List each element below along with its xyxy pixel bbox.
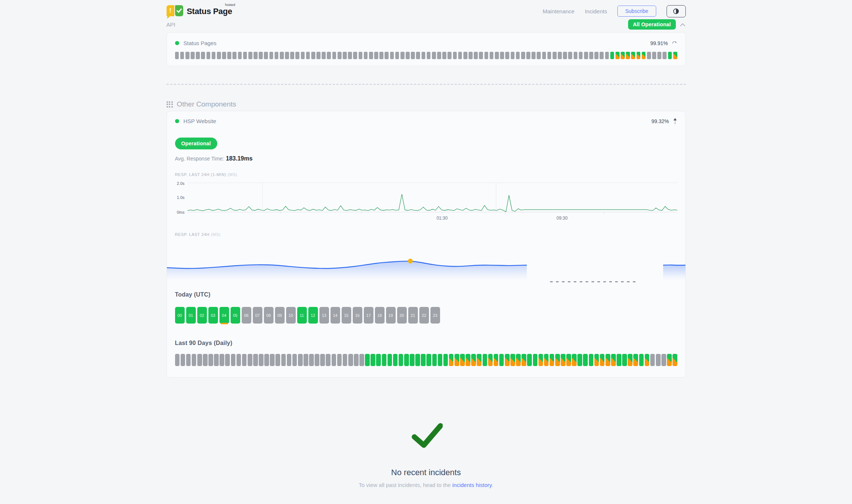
uptime-block-empty: [411, 52, 415, 59]
chevron-up-icon[interactable]: [680, 22, 686, 27]
uptime-block-empty: [589, 52, 593, 59]
uptime-block-empty: [264, 52, 268, 59]
response-line-chart: 2.0s 1.0s 0ms: [175, 183, 677, 212]
uptime-block-empty: [196, 52, 200, 59]
uptime-block-empty: [422, 52, 426, 59]
uptime-block-empty: [395, 52, 399, 59]
main-content: API All Operational Status Pages 99.91%: [167, 19, 686, 488]
uptime-block-empty: [175, 52, 179, 59]
uptime-block-empty: [511, 52, 515, 59]
subscribe-button[interactable]: Subscribe: [617, 6, 656, 17]
uptime-block-empty: [427, 52, 431, 59]
uptime-block-empty: [442, 52, 446, 59]
uptime-block-degraded: [494, 354, 499, 366]
last-90-days-title: Last 90 Days (Daily): [175, 340, 677, 346]
api-section-label: API: [167, 21, 175, 28]
logo-exclaim-icon: !: [167, 5, 174, 16]
uptime-block-up: [426, 354, 431, 366]
uptime-block-degraded: [615, 52, 620, 59]
hour-block-14: 14: [331, 307, 340, 324]
nav-maintenance[interactable]: Maintenance: [543, 8, 574, 14]
status-dot: [175, 41, 179, 45]
uptime-block-degraded: [460, 354, 465, 366]
hour-block-20: 20: [397, 307, 407, 324]
uptime-block-empty: [657, 52, 661, 59]
trend-up-arrow-icon: [673, 118, 677, 124]
uptime-block-empty: [605, 52, 609, 59]
brand-superscript: hosted: [225, 3, 235, 7]
uptime-block-degraded: [600, 354, 605, 366]
uptime-block-up: [438, 354, 443, 366]
uptime-block-empty: [594, 52, 598, 59]
recent-incidents-section: No recent incidents To view all past inc…: [167, 421, 686, 488]
uptime-block-empty: [309, 354, 314, 366]
uptime-block-empty: [343, 52, 347, 59]
uptime-block-empty: [500, 52, 504, 59]
uptime-block-empty: [663, 52, 667, 59]
uptime-block-empty: [237, 354, 241, 366]
uptime-block-empty: [298, 354, 303, 366]
uptime-block-empty: [212, 52, 216, 59]
uptime-block-degraded: [550, 354, 554, 366]
uptime-block-up: [404, 354, 409, 366]
incidents-history-link[interactable]: incidents history: [452, 482, 492, 488]
uptime-block-up: [533, 354, 538, 366]
uptime-block-empty: [275, 354, 280, 366]
uptime-block-empty: [214, 354, 219, 366]
hour-block-04: 04: [219, 307, 229, 324]
uptime-block-empty: [484, 52, 489, 59]
uptime-block-degraded: [488, 354, 493, 366]
uptime-block-up: [622, 354, 627, 366]
main-nav: Maintenance Incidents Subscribe: [543, 5, 685, 17]
hour-block-13: 13: [319, 307, 329, 324]
hsp-website-card: HSP Website 99.32% Operational Avg. Resp…: [167, 111, 686, 378]
uptime-block-empty: [354, 354, 359, 366]
uptime-block-degraded: [611, 354, 616, 366]
uptime-block-empty: [369, 52, 373, 59]
uptime-block-empty: [248, 52, 252, 59]
uptime-block-empty: [656, 354, 661, 366]
uptime-block-empty: [192, 354, 197, 366]
uptime-block-up: [388, 354, 392, 366]
uptime-block-empty: [406, 52, 410, 59]
uptime-block-empty: [217, 52, 221, 59]
uptime-block-degraded: [572, 354, 577, 366]
uptime-block-empty: [275, 52, 279, 59]
subtitle-suffix: .: [492, 482, 493, 488]
grid-icon: [167, 101, 173, 108]
chart-title-24h: RESP. LAST 24H: [175, 232, 210, 237]
uptime-block-empty: [225, 354, 230, 366]
uptime-block-empty: [348, 52, 352, 59]
logo-tail: [167, 16, 171, 19]
uptime-block-up: [443, 354, 448, 366]
component-name: HSP Website: [184, 118, 217, 124]
uptime-block-empty: [316, 52, 321, 59]
uptime-block-empty: [400, 52, 405, 59]
uptime-block-empty: [652, 52, 656, 59]
uptime-block-empty: [269, 52, 274, 59]
nav-incidents[interactable]: Incidents: [585, 8, 607, 14]
uptime-block-empty: [337, 354, 342, 366]
uptime-block-degraded: [521, 354, 526, 366]
half-circle-icon: [673, 8, 679, 14]
today-utc-title: Today (UTC): [175, 291, 677, 298]
hour-block-11: 11: [297, 307, 307, 324]
uptime-block-degraded: [454, 354, 459, 366]
uptime-block-empty: [343, 354, 348, 366]
overall-status-badge[interactable]: All Operational: [628, 19, 676, 30]
uptime-block-empty: [327, 52, 331, 59]
uptime-block-up: [617, 354, 621, 366]
hour-block-12: 12: [308, 307, 318, 324]
uptime-block-empty: [322, 52, 326, 59]
hour-block-00: 00: [175, 307, 185, 324]
refresh-icon[interactable]: [672, 41, 677, 45]
uptime-block-up: [589, 354, 594, 366]
uptime-block-empty: [259, 354, 264, 366]
uptime-block-up: [415, 354, 420, 366]
operational-badge: Operational: [175, 138, 217, 149]
uptime-block-empty: [231, 354, 236, 366]
status-dot: [175, 119, 179, 123]
uptime-block-up: [577, 354, 582, 366]
theme-toggle-button[interactable]: [667, 5, 686, 17]
uptime-block-empty: [181, 354, 185, 366]
